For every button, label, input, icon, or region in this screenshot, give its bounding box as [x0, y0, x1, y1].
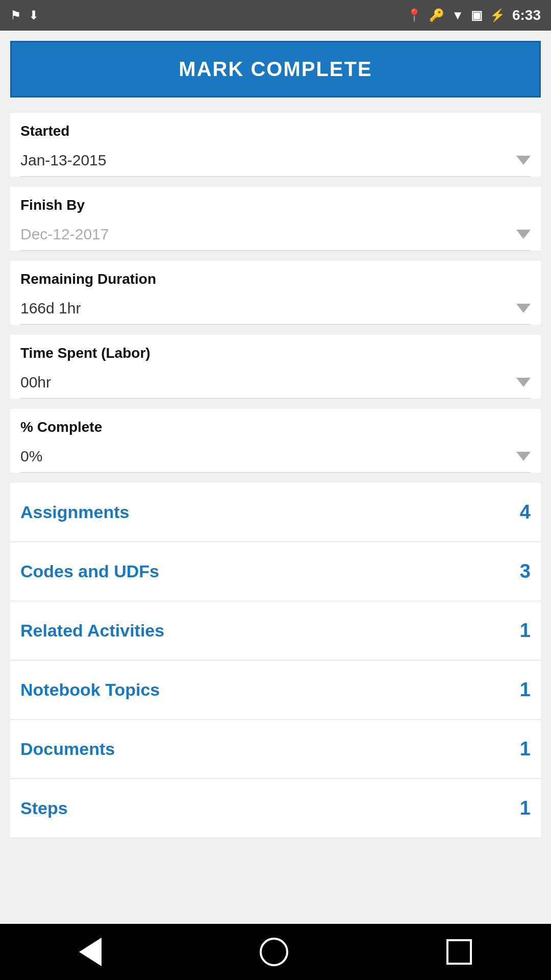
field-spacer-4 [10, 399, 541, 409]
download-icon: ⬇ [29, 8, 39, 22]
finish-by-field-group: Finish By Dec-12-2017 [10, 187, 541, 251]
started-chevron-icon [516, 156, 531, 165]
codes-udfs-count: 3 [520, 560, 531, 582]
documents-label: Documents [20, 739, 115, 759]
status-time: 6:33 [512, 7, 541, 23]
recents-button[interactable] [446, 939, 472, 965]
codes-udfs-item[interactable]: Codes and UDFs 3 [10, 542, 541, 601]
time-spent-label: Time Spent (Labor) [20, 345, 531, 361]
battery-icon: ⚡ [490, 8, 505, 22]
steps-label: Steps [20, 798, 68, 818]
status-bar-left: ⚑ ⬇ [10, 8, 39, 22]
related-activities-label: Related Activities [20, 621, 164, 641]
time-spent-value[interactable]: 00hr [20, 366, 531, 399]
main-content: MARK COMPLETE Started Jan-13-2015 Finish… [0, 31, 551, 924]
form-section: Started Jan-13-2015 Finish By Dec-12-201… [10, 113, 541, 473]
wifi-icon: ▼ [452, 8, 464, 22]
started-label: Started [20, 123, 531, 139]
steps-count: 1 [520, 797, 531, 819]
assignments-count: 4 [520, 501, 531, 523]
field-spacer-1 [10, 177, 541, 187]
status-bar: ⚑ ⬇ 📍 🔑 ▼ ▣ ⚡ 6:33 [0, 0, 551, 31]
percent-complete-field-group: % Complete 0% [10, 409, 541, 473]
finish-by-chevron-icon [516, 230, 531, 239]
related-activities-item[interactable]: Related Activities 1 [10, 601, 541, 660]
assignments-label: Assignments [20, 502, 130, 522]
codes-udfs-label: Codes and UDFs [20, 561, 159, 581]
recents-icon [446, 939, 472, 965]
remaining-duration-value[interactable]: 166d 1hr [20, 292, 531, 325]
related-activities-count: 1 [520, 620, 531, 642]
steps-item[interactable]: Steps 1 [10, 779, 541, 838]
field-spacer-3 [10, 325, 541, 335]
documents-item[interactable]: Documents 1 [10, 720, 541, 779]
section-divider [10, 473, 541, 483]
nav-bar [0, 924, 551, 980]
remaining-duration-chevron-icon [516, 304, 531, 313]
percent-complete-label: % Complete [20, 419, 531, 435]
assignments-item[interactable]: Assignments 4 [10, 483, 541, 542]
notebook-topics-item[interactable]: Notebook Topics 1 [10, 660, 541, 720]
home-icon [260, 938, 288, 966]
finish-by-label: Finish By [20, 197, 531, 213]
notebook-topics-label: Notebook Topics [20, 680, 160, 700]
notification-flag-icon: ⚑ [10, 8, 21, 22]
started-value[interactable]: Jan-13-2015 [20, 144, 531, 177]
signal-icon: ▣ [471, 8, 483, 22]
notebook-topics-count: 1 [520, 679, 531, 701]
time-spent-chevron-icon [516, 378, 531, 387]
percent-complete-chevron-icon [516, 452, 531, 461]
status-bar-right: 📍 🔑 ▼ ▣ ⚡ 6:33 [407, 7, 541, 23]
finish-by-value[interactable]: Dec-12-2017 [20, 218, 531, 251]
remaining-duration-label: Remaining Duration [20, 271, 531, 287]
documents-count: 1 [520, 738, 531, 760]
location-icon: 📍 [407, 8, 422, 22]
remaining-duration-field-group: Remaining Duration 166d 1hr [10, 261, 541, 325]
list-section: Assignments 4 Codes and UDFs 3 Related A… [10, 483, 541, 838]
started-field-group: Started Jan-13-2015 [10, 113, 541, 177]
home-button[interactable] [260, 938, 288, 966]
field-spacer-2 [10, 251, 541, 261]
back-icon [79, 938, 102, 966]
key-icon: 🔑 [429, 8, 444, 22]
back-button[interactable] [79, 938, 102, 966]
percent-complete-value[interactable]: 0% [20, 440, 531, 473]
mark-complete-button[interactable]: MARK COMPLETE [10, 41, 541, 97]
time-spent-field-group: Time Spent (Labor) 00hr [10, 335, 541, 399]
